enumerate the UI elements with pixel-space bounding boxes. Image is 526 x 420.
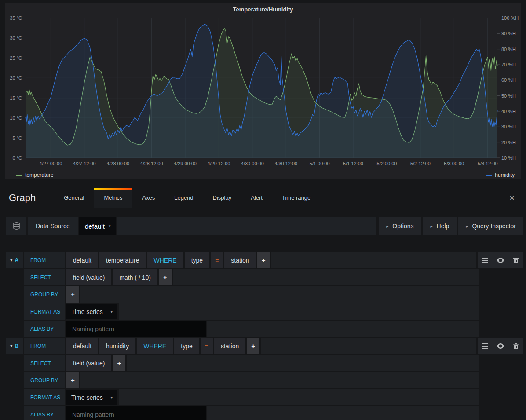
svg-text:5/2 12:00: 5/2 12:00	[410, 161, 431, 166]
alias-by-input[interactable]	[66, 406, 206, 420]
toggle-visibility-button[interactable]	[493, 252, 508, 268]
select-label: SELECT	[24, 269, 65, 285]
panel-type-title: Graph	[0, 188, 54, 208]
where-operator-segment[interactable]: =	[211, 252, 223, 268]
query-a-alias-row: ALIAS BY	[6, 321, 479, 337]
add-select-button[interactable]: +	[159, 269, 172, 285]
tab-axes[interactable]: Axes	[132, 188, 164, 208]
datasource-select[interactable]: default ▾	[79, 217, 117, 235]
tab-alert[interactable]: Alert	[241, 188, 272, 208]
help-button-label: Help	[437, 223, 449, 230]
row-spacer	[207, 406, 479, 420]
chevron-down-icon: ▾	[109, 224, 111, 228]
format-as-select[interactable]: Time series ▾	[66, 390, 117, 405]
svg-text:5/1 12:00: 5/1 12:00	[343, 161, 363, 166]
tab-legend[interactable]: Legend	[164, 188, 203, 208]
delete-query-button[interactable]	[508, 338, 523, 354]
datasource-label: Data Source	[28, 217, 78, 235]
legend-item-humidity[interactable]: humidity	[486, 172, 515, 178]
svg-text:0 °C: 0 °C	[12, 155, 22, 161]
help-button[interactable]: ▸ Help	[423, 217, 457, 235]
chart-legend: temperature humidity	[16, 172, 515, 178]
row-spacer	[207, 321, 479, 337]
query-editor: ▾ A FROM default temperature WHERE type …	[6, 252, 523, 420]
svg-text:35 °C: 35 °C	[10, 15, 22, 21]
from-policy-segment[interactable]: default	[66, 338, 98, 354]
query-a-format-row: FORMAT AS Time series ▾	[6, 303, 479, 320]
legend-item-temperature[interactable]: temperature	[16, 172, 54, 178]
add-group-by-button[interactable]: +	[66, 286, 79, 303]
add-condition-button[interactable]: +	[257, 252, 270, 268]
svg-text:5/1 00:00: 5/1 00:00	[310, 161, 330, 166]
svg-text:40 %H: 40 %H	[501, 109, 516, 114]
time-series-chart[interactable]: 0 °C5 °C10 °C15 °C20 °C25 °C30 °C35 °C10…	[5, 3, 521, 179]
svg-text:70 %H: 70 %H	[501, 62, 516, 67]
select-label: SELECT	[24, 355, 65, 371]
svg-text:30 %H: 30 %H	[501, 124, 516, 129]
disclosure-icon: ▸	[466, 224, 468, 229]
where-value-segment[interactable]: station	[214, 338, 245, 354]
tab-time-range[interactable]: Time range	[272, 188, 320, 208]
query-b-format-row: FORMAT AS Time series ▾	[6, 389, 479, 405]
format-as-label: FORMAT AS	[24, 389, 65, 405]
chevron-down-icon: ▾	[10, 343, 12, 348]
from-measurement-segment[interactable]: temperature	[99, 252, 146, 268]
select-math-segment[interactable]: math ( / 10)	[113, 269, 157, 285]
svg-text:50 %H: 50 %H	[501, 93, 516, 99]
from-label: FROM	[24, 252, 65, 268]
row-spacer	[80, 286, 479, 303]
from-policy-segment[interactable]: default	[66, 252, 98, 268]
chevron-down-icon: ▾	[110, 310, 113, 314]
select-field-segment[interactable]: field (value)	[66, 269, 111, 285]
disclosure-icon: ▸	[431, 224, 433, 229]
query-b-from-row: ▾ B FROM default humidity WHERE type = s…	[6, 338, 523, 354]
query-inspector-button-label: Query Inspector	[472, 223, 516, 230]
alias-by-label: ALIAS BY	[24, 321, 65, 337]
svg-text:25 °C: 25 °C	[10, 55, 22, 61]
row-spacer	[173, 269, 479, 285]
row-spacer	[119, 389, 479, 405]
where-value-segment[interactable]: station	[224, 252, 256, 268]
svg-text:4/30 00:00: 4/30 00:00	[241, 161, 264, 166]
query-menu-button[interactable]	[478, 252, 493, 268]
svg-text:4/30 12:00: 4/30 12:00	[274, 161, 297, 166]
where-label: WHERE	[147, 252, 183, 268]
query-a-from-row: ▾ A FROM default temperature WHERE type …	[6, 252, 523, 268]
format-as-select[interactable]: Time series ▾	[66, 304, 117, 319]
from-measurement-segment[interactable]: humidity	[99, 338, 135, 354]
alias-by-label: ALIAS BY	[24, 406, 65, 420]
where-key-segment[interactable]: type	[174, 338, 199, 354]
svg-text:100 %H: 100 %H	[501, 15, 519, 21]
add-condition-button[interactable]: +	[247, 338, 259, 354]
where-label: WHERE	[137, 338, 173, 354]
svg-text:4/29 12:00: 4/29 12:00	[207, 161, 230, 166]
options-button[interactable]: ▸ Options	[379, 217, 421, 235]
query-b-collapse[interactable]: ▾ B	[6, 338, 23, 354]
delete-query-button[interactable]	[508, 252, 523, 268]
query-a-collapse[interactable]: ▾ A	[6, 252, 23, 268]
query-letter: A	[15, 257, 18, 263]
svg-text:30 °C: 30 °C	[10, 35, 22, 40]
svg-text:5/2 00:00: 5/2 00:00	[377, 161, 397, 166]
row-spacer	[119, 303, 479, 320]
legend-label: humidity	[495, 172, 515, 178]
toggle-visibility-button[interactable]	[493, 338, 508, 354]
tab-display[interactable]: Display	[203, 188, 241, 208]
add-select-button[interactable]: +	[113, 355, 125, 371]
query-menu-button[interactable]	[478, 338, 493, 354]
select-field-segment[interactable]: field (value)	[66, 355, 111, 371]
where-operator-segment[interactable]: =	[201, 338, 213, 354]
alias-by-input[interactable]	[66, 321, 206, 337]
query-inspector-button[interactable]: ▸ Query Inspector	[458, 217, 523, 235]
add-group-by-button[interactable]: +	[66, 372, 79, 388]
where-key-segment[interactable]: type	[185, 252, 209, 268]
close-icon[interactable]: ✕	[498, 188, 526, 208]
tab-general[interactable]: General	[54, 188, 94, 208]
svg-text:5/3 12:00: 5/3 12:00	[478, 161, 498, 166]
graph-panel: Temperature/Humidity 0 °C5 °C10 °C15 °C2…	[5, 3, 521, 179]
datasource-spacer	[117, 217, 376, 235]
format-as-value: Time series	[71, 308, 103, 315]
tab-metrics[interactable]: Metrics	[94, 188, 132, 208]
svg-text:20 °C: 20 °C	[10, 75, 22, 80]
svg-text:10 °C: 10 °C	[10, 115, 22, 121]
